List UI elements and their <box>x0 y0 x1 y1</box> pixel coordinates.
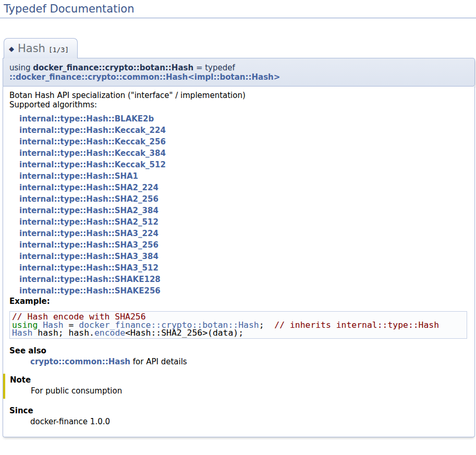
algorithm-link[interactable]: internal::type::Hash::SHA2_256 <box>19 194 158 204</box>
list-item: internal::type::Hash::SHA1 <box>9 170 468 182</box>
list-item: internal::type::Hash::SHA2_384 <box>9 205 468 216</box>
declaration-type-link[interactable]: ::docker_finance::crypto::common::Hash<i… <box>9 72 280 82</box>
see-also-text: for API details <box>130 357 187 366</box>
since-text: docker-finance 1.0.0 <box>30 417 468 426</box>
code-text: hash; hash. <box>32 328 94 338</box>
code-comment: // inherits internal::type::Hash <box>274 320 439 330</box>
algorithm-link[interactable]: internal::type::Hash::Keccak_256 <box>19 137 166 146</box>
list-item: internal::type::Hash::SHA3_256 <box>9 239 468 251</box>
see-also-label: See also <box>9 346 468 355</box>
description-text: Botan Hash API specialization ("interfac… <box>9 91 468 100</box>
algorithm-link[interactable]: internal::type::Hash::Keccak_512 <box>19 160 166 169</box>
permalink-anchor[interactable]: ◆ <box>9 42 14 55</box>
member-doc: Botan Hash API specialization ("interfac… <box>3 87 475 437</box>
member-item: ◆Hash[1/3] using docker_finance::crypto:… <box>3 38 475 437</box>
note-section: Note For public consumption <box>3 374 468 399</box>
algorithms-list: internal::type::Hash::BLAKE2b internal::… <box>9 113 468 297</box>
algorithm-link[interactable]: internal::type::Hash::SHA1 <box>19 171 138 181</box>
list-item: internal::type::Hash::SHAKE128 <box>9 274 468 285</box>
code-text: <Hash::SHA2_256>(data); <box>125 328 243 338</box>
list-item: internal::type::Hash::SHA3_224 <box>9 228 468 239</box>
list-item: internal::type::Hash::SHA2_224 <box>9 182 468 193</box>
code-text: ; <box>259 320 275 330</box>
list-item: internal::type::Hash::Keccak_224 <box>9 125 468 136</box>
page-title: Typedef Documentation <box>0 0 476 18</box>
list-item: internal::type::Hash::BLAKE2b <box>9 113 468 125</box>
list-item: internal::type::Hash::Keccak_384 <box>9 147 468 159</box>
algorithm-link[interactable]: internal::type::Hash::SHA3_512 <box>19 263 158 273</box>
list-item: internal::type::Hash::Keccak_256 <box>9 136 468 147</box>
algorithm-link[interactable]: internal::type::Hash::SHAKE128 <box>19 275 161 284</box>
code-fragment: // Hash encode with SHA256 using Hash = … <box>9 311 467 339</box>
list-item: internal::type::Hash::Keccak_512 <box>9 159 468 170</box>
note-label: Note <box>10 375 468 385</box>
member-tab-title: Hash <box>18 42 45 55</box>
algorithm-link[interactable]: internal::type::Hash::SHAKE256 <box>19 286 161 296</box>
algorithm-link[interactable]: internal::type::Hash::Keccak_384 <box>19 149 166 158</box>
algorithm-link[interactable]: internal::type::Hash::SHA3_224 <box>19 229 158 238</box>
declaration-name: docker_finance::crypto::botan::Hash <box>33 63 193 72</box>
list-item: internal::type::Hash::SHA2_256 <box>9 193 468 205</box>
algorithm-link[interactable]: internal::type::Hash::SHA2_384 <box>19 206 158 215</box>
see-also-link[interactable]: crypto::common::Hash <box>30 357 130 366</box>
list-item: internal::type::Hash::SHA3_512 <box>9 262 468 274</box>
code-link[interactable]: Hash <box>12 328 32 338</box>
code-line: Hash hash; hash.encode<Hash::SHA2_256>(d… <box>12 329 465 337</box>
algorithm-link[interactable]: internal::type::Hash::SHA3_256 <box>19 240 158 250</box>
algorithm-link[interactable]: internal::type::Hash::SHA2_512 <box>19 217 158 227</box>
declaration-row: using docker_finance::crypto::botan::Has… <box>3 58 475 87</box>
declaration-using: using <box>9 63 33 72</box>
member-tab: ◆Hash[1/3] <box>4 38 78 58</box>
note-text: For public consumption <box>31 386 468 396</box>
example-label: Example: <box>9 297 468 306</box>
algorithm-link[interactable]: internal::type::Hash::SHA2_224 <box>19 183 158 192</box>
member-tab-overload: [1/3] <box>48 46 69 54</box>
list-item: internal::type::Hash::SHAKE256 <box>9 285 468 297</box>
since-label: Since <box>9 406 468 415</box>
since-section: Since docker-finance 1.0.0 <box>9 406 468 426</box>
declaration-equals: = typedef <box>193 63 235 72</box>
diamond-icon: ◆ <box>9 45 14 53</box>
see-also-section: See also crypto::common::Hash for API de… <box>9 346 468 366</box>
algorithm-link[interactable]: internal::type::Hash::SHA3_384 <box>19 252 158 261</box>
algorithm-link[interactable]: internal::type::Hash::Keccak_224 <box>19 126 166 135</box>
algorithm-link[interactable]: internal::type::Hash::BLAKE2b <box>19 114 154 124</box>
supported-algorithms-label: Supported algorithms: <box>9 100 468 109</box>
see-also-content: crypto::common::Hash for API details <box>30 357 468 366</box>
code-link[interactable]: encode <box>94 328 125 338</box>
list-item: internal::type::Hash::SHA3_384 <box>9 251 468 262</box>
list-item: internal::type::Hash::SHA2_512 <box>9 216 468 228</box>
